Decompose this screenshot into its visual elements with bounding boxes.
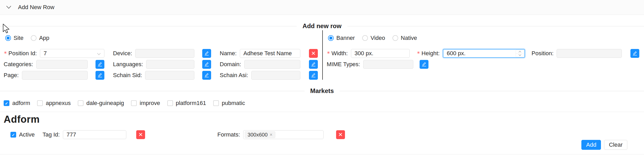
device-label: Device: [113,50,132,57]
edit-icon [204,62,209,67]
markets-divider: Markets [0,87,644,95]
categories-label: Categories: [4,61,33,68]
radio-circle-icon [5,35,11,41]
spinner-down-button[interactable] [516,54,524,57]
form-columns: Site App * Position Id: 7 [0,30,644,80]
checkbox-platform161-label: platform161 [176,100,206,107]
page-edit-button[interactable] [96,71,104,80]
radio-app[interactable]: App [31,35,49,41]
checkbox-icon [78,100,84,106]
tag-close-icon[interactable]: × [270,132,273,138]
chevron-down-icon [6,6,11,9]
field-row: Page: Schain Sid: Schain [0,71,322,80]
checkbox-appnexus-label: appnexus [46,100,70,107]
position-field: Position: [532,49,639,58]
format-tag-label: 300x600 [248,132,268,138]
collapse-header[interactable]: Add New Row [0,0,644,15]
radio-circle-icon [392,35,398,41]
formats-label: Formats: [217,131,240,138]
checkbox-pubmatic-label: pubmatic [222,100,245,107]
checkbox-adform-label: adform [12,100,30,107]
add-button[interactable]: Add [581,140,601,150]
divider-line [339,91,644,91]
radio-site-label: Site [14,35,23,41]
checkbox-checked-icon: ✓ [10,132,16,138]
schain-asi-edit-button[interactable] [309,71,318,80]
device-edit-button[interactable] [202,49,211,58]
radio-video[interactable]: Video [362,35,385,41]
width-label: Width: [331,50,348,57]
edit-icon [97,62,103,67]
height-input[interactable] [443,49,525,58]
mime-types-label: MIME Types: [327,61,360,68]
section-divider [0,112,644,112]
page-label: Page: [4,72,19,79]
checkbox-dale-guineapig[interactable]: dale-guineapig [78,100,124,107]
add-new-row-title: Add new row [297,22,347,30]
formats-input[interactable]: 300x600 × [243,130,324,139]
checkbox-adform[interactable]: ✓ adform [4,100,30,107]
active-label: Active [19,131,35,138]
checkbox-appnexus[interactable]: appnexus [37,100,70,107]
position-input [557,49,622,58]
field-row: * Position Id: 7 Device: [0,49,322,58]
radio-native[interactable]: Native [392,35,417,41]
radio-app-label: App [39,35,49,41]
position-edit-button[interactable] [630,49,639,58]
adform-row: ✓ Active Tag Id: ✕ Formats: 300x600 × ✕ [0,130,644,139]
formats-remove-button[interactable]: ✕ [336,130,345,139]
divider-line [0,26,297,26]
position-id-select[interactable]: 7 [40,49,104,58]
domain-edit-button[interactable] [309,60,318,69]
schain-sid-edit-button[interactable] [202,71,211,80]
radio-banner-label: Banner [336,35,355,41]
checkbox-pubmatic[interactable]: pubmatic [213,100,245,107]
tag-id-remove-button[interactable]: ✕ [136,130,145,139]
device-field: Device: [113,49,211,58]
languages-edit-button[interactable] [202,60,211,69]
adform-section-title: Adform [4,114,644,125]
panel-title: Add New Row [18,4,54,11]
edit-icon [97,73,103,78]
width-input[interactable] [351,49,410,58]
checkbox-checked-icon: ✓ [4,100,9,106]
categories-edit-button[interactable] [96,60,104,69]
radio-banner[interactable]: Banner [328,35,355,41]
required-marker: * [327,50,330,57]
domain-input [244,60,300,69]
radio-site[interactable]: Site [5,35,23,41]
chevron-down-icon [97,50,101,57]
checkbox-dale-guineapig-label: dale-guineapig [86,100,124,107]
edit-icon [311,73,316,78]
name-label: Name: [220,50,237,57]
radio-circle-icon [31,35,37,41]
field-row: MIME Types: [323,60,644,69]
mime-types-edit-button[interactable] [420,60,428,69]
chevron-up-icon [518,51,521,53]
radio-native-label: Native [401,35,417,41]
edit-icon [421,62,427,67]
add-new-row-divider: Add new row [0,22,644,30]
radio-video-label: Video [371,35,385,41]
spinner-up-button[interactable] [516,50,524,54]
mime-types-input [363,60,413,69]
name-remove-button[interactable]: ✕ [309,49,318,58]
site-column: Site App * Position Id: 7 [0,30,322,80]
schain-asi-field: Schain Asi: [220,71,318,80]
page-field: Page: [4,71,104,80]
checkbox-icon [213,100,219,106]
clear-button[interactable]: Clear [604,140,627,150]
tag-id-input[interactable] [63,130,126,139]
name-input[interactable] [240,49,300,58]
markets-checkbox-group: ✓ adform appnexus dale-guineapig improve… [0,100,644,106]
close-icon: ✕ [138,132,143,138]
close-icon: ✕ [311,50,316,57]
checkbox-platform161[interactable]: platform161 [167,100,206,107]
schain-asi-label: Schain Asi: [220,72,248,79]
mime-types-field: MIME Types: [327,60,428,69]
checkbox-improve[interactable]: improve [131,100,160,107]
tag-id-label: Tag Id: [43,131,60,138]
checkbox-active[interactable]: ✓ Active [10,131,35,138]
divider-line [347,26,644,26]
panel-body: Add new row Site App [0,22,644,154]
